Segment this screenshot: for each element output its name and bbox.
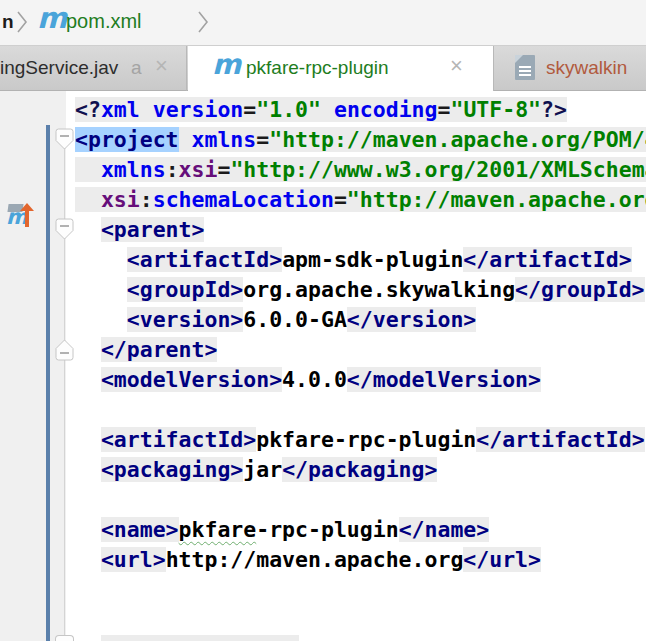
tab-pkfare-rpc-plugin[interactable]: m pkfare-rpc-plugin ×	[188, 46, 493, 92]
code-line[interactable]: xmlns:xsi="http://www.w3.org/2001/XMLSch…	[75, 155, 646, 185]
code-line[interactable]: xsi:schemaLocation="http://maven.apache.…	[75, 185, 646, 215]
code-line[interactable]	[75, 395, 646, 425]
fold-guide-line	[64, 138, 65, 641]
code-line[interactable]: <version>6.0.0-GA</version>	[75, 305, 646, 335]
code-line[interactable]: <parent>	[75, 215, 646, 245]
editor-tab-bar: ingService.jav a × m pkfare-rpc-plugin ×…	[0, 46, 646, 91]
maven-icon: m	[37, 1, 67, 35]
code-line[interactable]: <modelVersion>4.0.0</modelVersion>	[75, 365, 646, 395]
tab-label: ingService.jav	[0, 57, 118, 79]
maven-icon: m	[212, 48, 241, 81]
tab-skywalking[interactable]: skywalkin	[493, 46, 646, 91]
tab-label: pkfare-rpc-plugin	[246, 57, 389, 79]
tab-ingservice-java[interactable]: ingService.jav a ×	[0, 46, 187, 91]
partial-next-line	[101, 635, 299, 641]
code-line[interactable]: <url>http://maven.apache.org</url>	[75, 545, 646, 575]
code-line[interactable]: </parent>	[75, 335, 646, 365]
code-line[interactable]	[75, 485, 646, 515]
editor-gutter: m	[0, 91, 66, 641]
close-icon[interactable]: ×	[450, 55, 463, 77]
file-icon	[515, 55, 535, 80]
code-line[interactable]: <artifactId>pkfare-rpc-plugin</artifactI…	[75, 425, 646, 455]
breadcrumb-parent[interactable]: n	[2, 11, 14, 33]
code-area[interactable]: <?xml version="1.0" encoding="UTF-8"?><p…	[66, 91, 646, 641]
code-line[interactable]: <artifactId>apm-sdk-plugin</artifactId>	[75, 245, 646, 275]
code-line[interactable]: <groupId>org.apache.skywalking</groupId>	[75, 275, 646, 305]
code-line[interactable]	[75, 605, 646, 635]
editor: m <?xml version="1.0" encoding="UTF-8"?>…	[0, 91, 646, 641]
code-line[interactable]	[75, 575, 646, 605]
code-line[interactable]: <packaging>jar</packaging>	[75, 455, 646, 485]
code-line[interactable]: <?xml version="1.0" encoding="UTF-8"?>	[75, 95, 646, 125]
breadcrumb-file[interactable]: pom.xml	[66, 10, 142, 33]
breadcrumb: n m pom.xml	[0, 0, 646, 46]
chevron-right-icon	[196, 10, 210, 34]
chevron-right-icon	[15, 10, 29, 34]
close-icon[interactable]: ×	[155, 55, 168, 77]
tab-label: skywalkin	[546, 57, 627, 79]
maven-import-icon[interactable]: m	[6, 203, 34, 233]
tab-label-faded: a	[131, 57, 142, 79]
change-marker-stripe[interactable]	[46, 125, 50, 641]
code-line[interactable]: <project xmlns="http://maven.apache.org/…	[75, 125, 646, 155]
code-line[interactable]: <name>pkfare-rpc-plugin</name>	[75, 515, 646, 545]
